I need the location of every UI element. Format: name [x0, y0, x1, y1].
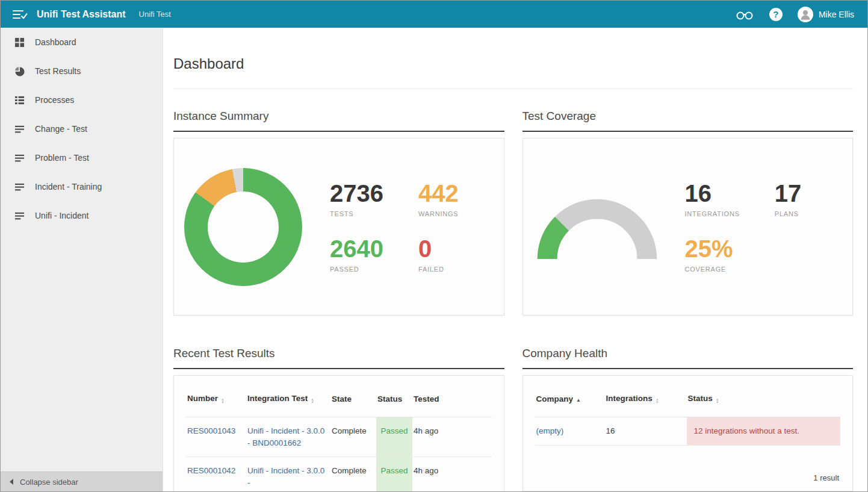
menu-check-icon [12, 8, 28, 21]
cell-integrations: 16 [605, 417, 687, 446]
column-label: Number [187, 394, 218, 403]
cell-status-alert: 12 integrations without a test. [687, 417, 841, 446]
sort-icon: ▲▼ [221, 398, 225, 404]
result-number-link[interactable]: RES0001043 [187, 426, 235, 435]
glasses-icon [735, 8, 754, 20]
sidebar-item-label: Incident - Training [35, 182, 102, 192]
collapse-sidebar-button[interactable]: Collapse sidebar [1, 472, 163, 491]
cell-tested: 4h ago [412, 417, 492, 457]
stat-plans-label: PLANS [775, 210, 802, 217]
topbar-actions: ? Mike Ellis [735, 7, 854, 22]
stat-passed: 2640 PASSED [330, 237, 383, 273]
stat-tests: 2736 TESTS [330, 181, 383, 217]
stat-plans-value: 17 [775, 181, 802, 205]
form-lines-icon [14, 211, 25, 221]
result-number-link[interactable]: RES0001042 [187, 466, 235, 475]
stat-coverage-value: 25% [685, 237, 740, 261]
stat-warnings: 442 WARNINGS [418, 181, 459, 217]
sidebar-item-label: Processes [35, 95, 74, 105]
cell-integration-test: Unifi - Incident - 3.0.0 - [246, 457, 330, 491]
column-header-status[interactable]: Status [376, 376, 412, 417]
collapse-sidebar-label: Collapse sidebar [20, 478, 78, 487]
instance-summary-card: 2736 TESTS 442 WARNINGS 2640 PASSED 0 [173, 138, 504, 316]
cell-tested: 4h ago [412, 457, 492, 491]
column-header-number[interactable]: Number▲▼ [186, 376, 246, 417]
column-header-company[interactable]: Company▲ [535, 376, 605, 417]
sidebar-item-problem-test[interactable]: Problem - Test [1, 143, 163, 172]
sidebar-item-unifi-incident[interactable]: Unifi - Incident [1, 201, 163, 230]
stat-passed-value: 2640 [330, 237, 383, 261]
collapse-arrow-icon [10, 479, 13, 485]
stat-integrations-label: INTEGRATIONS [685, 210, 740, 217]
donut-hole [208, 192, 279, 263]
stat-integrations: 16 INTEGRATIONS [685, 181, 740, 217]
stat-passed-label: PASSED [330, 266, 383, 273]
column-label: Status [688, 394, 713, 403]
instance-summary-stats: 2736 TESTS 442 WARNINGS 2640 PASSED 0 [330, 181, 459, 273]
instance-summary-section: Instance Summary 2736 TESTS 442 WARNINGS [173, 110, 504, 316]
test-coverage-stats: 16 INTEGRATIONS 17 PLANS 25% COVERAGE [685, 181, 802, 273]
column-label: Integrations [606, 394, 653, 403]
column-label: Company [536, 394, 574, 403]
coverage-gauge [533, 196, 661, 263]
column-header-integrations[interactable]: Integrations▲▼ [605, 376, 687, 417]
company-health-table: Company▲ Integrations▲▼ Status▲▼ (empty)… [535, 376, 841, 446]
table-header-row: Company▲ Integrations▲▼ Status▲▼ [535, 376, 841, 417]
table-row: (empty) 16 12 integrations without a tes… [535, 417, 841, 446]
stat-coverage: 25% COVERAGE [685, 237, 740, 273]
stat-coverage-label: COVERAGE [685, 266, 740, 273]
user-avatar [798, 7, 813, 22]
sidebar-item-processes[interactable]: Processes [1, 86, 163, 114]
recent-results-table: Number▲▼ Integration Test▲▼ State Status… [186, 376, 492, 491]
column-label: Status [377, 394, 402, 403]
stat-warnings-label: WARNINGS [418, 210, 459, 217]
test-coverage-card: 16 INTEGRATIONS 17 PLANS 25% COVERAGE [522, 138, 854, 316]
section-title-test-coverage: Test Coverage [522, 110, 854, 132]
section-title-company-health: Company Health [522, 347, 854, 369]
section-title-instance-summary: Instance Summary [173, 110, 504, 132]
pie-chart-icon [14, 66, 25, 76]
sort-icon: ▲▼ [716, 398, 719, 404]
section-title-recent-test-results: Recent Test Results [173, 347, 504, 369]
sidebar-item-change-test[interactable]: Change - Test [1, 114, 163, 143]
cell-number: RES0001043 [186, 417, 246, 457]
sidebar-item-incident-training[interactable]: Incident - Training [1, 172, 163, 201]
sidebar-item-label: Unifi - Incident [35, 211, 88, 220]
stat-failed-label: FAILED [418, 266, 459, 273]
table-row: RES0001042 Unifi - Incident - 3.0.0 - Co… [186, 457, 492, 491]
cell-status: Passed [376, 457, 412, 491]
cell-company: (empty) [535, 417, 605, 446]
sidebar-item-dashboard[interactable]: Dashboard [1, 28, 163, 57]
column-label: Integration Test [247, 394, 308, 403]
form-lines-icon [14, 153, 25, 163]
company-link[interactable]: (empty) [536, 426, 564, 435]
sidebar-item-label: Dashboard [35, 37, 76, 47]
form-lines-icon [14, 124, 25, 134]
table-header-row: Number▲▼ Integration Test▲▼ State Status… [186, 376, 492, 417]
column-label: State [332, 394, 352, 403]
column-header-integration-test[interactable]: Integration Test▲▼ [246, 376, 330, 417]
stat-plans: 17 PLANS [775, 181, 802, 217]
results-count: 1 result [523, 466, 853, 491]
cell-number: RES0001042 [186, 457, 246, 491]
integration-test-link[interactable]: Unifi - Incident - 3.0.0 - [247, 466, 324, 487]
stat-warnings-value: 442 [418, 181, 459, 205]
menu-toggle-button[interactable] [10, 5, 29, 24]
page-title: Dashboard [173, 55, 853, 72]
topbar: Unifi Test Assistant Unifi Test ? [1, 1, 867, 28]
glasses-button[interactable] [735, 8, 754, 20]
dashboard-grid: Instance Summary 2736 TESTS 442 WARNINGS [173, 110, 853, 491]
title-divider [173, 89, 853, 89]
column-header-state[interactable]: State [330, 376, 376, 417]
instance-name[interactable]: Unifi Test [139, 10, 171, 19]
stat-tests-value: 2736 [330, 181, 383, 205]
sidebar-item-test-results[interactable]: Test Results [1, 57, 163, 86]
integration-test-link[interactable]: Unifi - Incident - 3.0.0 - BND0001662 [247, 426, 324, 447]
table-row: RES0001043 Unifi - Incident - 3.0.0 - BN… [186, 417, 492, 457]
column-header-status[interactable]: Status▲▼ [687, 376, 841, 417]
user-menu[interactable]: Mike Ellis [798, 7, 854, 22]
user-name: Mike Ellis [819, 10, 854, 19]
help-button[interactable]: ? [769, 8, 783, 21]
company-health-card: Company▲ Integrations▲▼ Status▲▼ (empty)… [522, 375, 854, 491]
column-header-tested[interactable]: Tested [412, 376, 492, 417]
